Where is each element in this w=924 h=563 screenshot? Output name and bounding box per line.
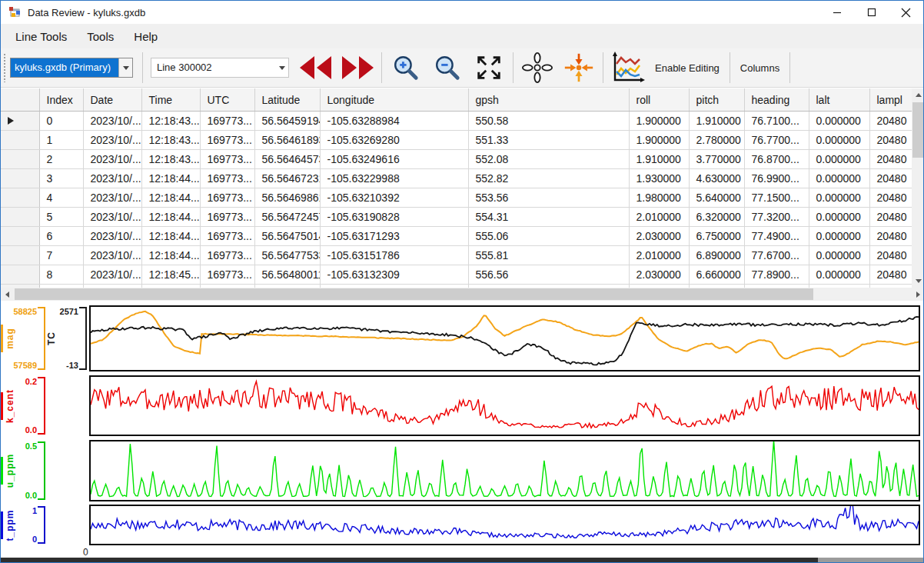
grid-cell[interactable]: 555.06 (468, 227, 629, 246)
scroll-left-button[interactable] (1, 288, 14, 301)
grid-cell[interactable]: 169773... (200, 246, 254, 265)
grid-cell[interactable]: 6.320000 (689, 208, 744, 227)
grid-cell[interactable]: 2023/10/... (83, 227, 141, 246)
row-selector[interactable] (1, 169, 39, 188)
plot-mag-tc[interactable] (89, 305, 920, 371)
grid-v-scrollbar[interactable] (912, 88, 924, 288)
grid-cell[interactable]: 552.82 (468, 169, 629, 188)
grid-cell[interactable]: 77.6700... (744, 246, 809, 265)
plot-u_ppm[interactable] (89, 440, 920, 501)
column-header-index[interactable]: Index (39, 88, 83, 112)
grid-cell[interactable]: 77.1500... (744, 188, 809, 208)
grid-cell[interactable]: 56.56472457 (254, 208, 320, 227)
grid-cell[interactable]: 12:18:45.... (141, 265, 200, 285)
grid-cell[interactable]: -105.63249616 (320, 150, 468, 169)
grid-cell[interactable]: 0.000000 (809, 208, 869, 227)
maximize-button[interactable] (854, 1, 889, 24)
grid-cell[interactable]: 56.56469861 (254, 188, 320, 208)
grid-cell[interactable]: 550.58 (468, 112, 629, 131)
menu-item-line-tools[interactable]: Line Tools (5, 26, 77, 47)
grid-cell[interactable]: -105.63269280 (320, 131, 468, 150)
grid-cell[interactable]: 1.900000 (629, 131, 689, 150)
grid-cell[interactable]: 2023/10/... (83, 246, 141, 265)
column-header-lalt[interactable]: lalt (809, 88, 869, 112)
grid-cell[interactable]: 0.000000 (809, 131, 869, 150)
grid-cell[interactable]: 0.000000 (809, 112, 869, 131)
fit-extents-button[interactable] (468, 50, 510, 85)
row-selector[interactable] (1, 265, 39, 285)
grid-cell[interactable]: 2023/10/... (83, 169, 141, 188)
row-selector[interactable] (1, 188, 39, 208)
column-header-pitch[interactable]: pitch (689, 88, 744, 112)
grid-cell[interactable]: 6.660000 (689, 265, 744, 285)
grid-cell[interactable]: 6.890000 (689, 246, 744, 265)
grid-cell[interactable]: 20480 (869, 246, 912, 265)
grid-cell[interactable]: 12:18:44.... (141, 169, 200, 188)
plot-t_ppm[interactable] (89, 505, 920, 545)
row-selector[interactable] (1, 208, 39, 227)
grid-cell[interactable]: 169773... (200, 265, 254, 285)
database-dropdown-button[interactable] (118, 58, 132, 77)
toolbar-grip[interactable] (3, 53, 6, 82)
column-header-date[interactable]: Date (83, 88, 141, 112)
grid-cell[interactable]: 1.910000 (629, 150, 689, 169)
grid-cell[interactable]: 12:18:44.... (141, 246, 200, 265)
grid-cell[interactable]: 3.770000 (689, 150, 744, 169)
menu-item-tools[interactable]: Tools (77, 26, 124, 47)
grid-cell[interactable]: 1.980000 (629, 188, 689, 208)
grid-cell[interactable]: 556.56 (468, 265, 629, 285)
grid-cell[interactable]: -105.63210392 (320, 188, 468, 208)
grid-cell[interactable]: 5.640000 (689, 188, 744, 208)
column-header-longitude[interactable]: Longitude (320, 88, 468, 112)
column-header-utc[interactable]: UTC (200, 88, 254, 112)
line-dropdown-button[interactable] (276, 58, 288, 77)
grid-cell[interactable]: 12:18:43.... (141, 112, 200, 131)
grid-cell[interactable]: 169773... (200, 169, 254, 188)
grid-cell[interactable]: 1.910000 (689, 112, 744, 131)
enable-editing-button[interactable]: Enable Editing (648, 50, 726, 85)
scroll-right-button[interactable] (912, 288, 924, 301)
profile-chart-button[interactable] (607, 50, 648, 85)
grid-cell[interactable]: 8 (39, 265, 83, 285)
next-line-button[interactable] (337, 50, 378, 85)
grid-cell[interactable]: 0.000000 (809, 169, 869, 188)
grid-cell[interactable]: 56.56467231 (254, 169, 320, 188)
columns-button[interactable]: Columns (733, 50, 786, 85)
grid-cell[interactable]: 169773... (200, 208, 254, 227)
grid-cell[interactable]: 56.56461893 (254, 131, 320, 150)
row-selector[interactable] (1, 227, 39, 246)
grid-cell[interactable]: 12:18:44.... (141, 208, 200, 227)
column-header-roll[interactable]: roll (629, 88, 689, 112)
grid-cell[interactable]: 20480 (869, 208, 912, 227)
zoom-out-button[interactable] (427, 50, 468, 85)
row-selector[interactable] (1, 112, 39, 131)
grid-cell[interactable]: 551.33 (468, 131, 629, 150)
grid-cell[interactable]: -105.63132309 (320, 265, 468, 285)
grid-cell[interactable]: 56.56477533 (254, 246, 320, 265)
charts-scroll-thumb[interactable] (1, 558, 818, 562)
grid-cell[interactable]: 552.08 (468, 150, 629, 169)
minimize-button[interactable] (819, 1, 854, 24)
grid-cell[interactable]: 2.030000 (629, 227, 689, 246)
scroll-up-button[interactable] (912, 88, 924, 102)
grid-cell[interactable]: 169773... (200, 150, 254, 169)
grid-cell[interactable]: 20480 (869, 131, 912, 150)
grid-cell[interactable]: 20480 (869, 112, 912, 131)
grid-cell[interactable]: 76.9900... (744, 169, 809, 188)
plot-k_cent[interactable] (89, 375, 920, 436)
grid-cell[interactable]: 20480 (869, 227, 912, 246)
grid-cell[interactable]: 2.010000 (629, 246, 689, 265)
grid-cell[interactable]: 56.56475014 (254, 227, 320, 246)
database-combobox[interactable]: kyluks.gxdb (Primary) (10, 58, 133, 78)
grid-cell[interactable]: 4.630000 (689, 169, 744, 188)
grid-cell[interactable]: 20480 (869, 265, 912, 285)
grid-cell[interactable]: 169773... (200, 131, 254, 150)
grid-cell[interactable]: 0.000000 (809, 265, 869, 285)
converge-button[interactable] (558, 50, 600, 85)
grid-corner-header[interactable] (1, 88, 39, 112)
line-combobox[interactable]: Line 300002 (151, 58, 289, 78)
grid-cell[interactable]: -105.63288984 (320, 112, 468, 131)
grid-cell[interactable]: 12:18:43.... (141, 150, 200, 169)
grid-cell[interactable]: 2023/10/... (83, 150, 141, 169)
grid-cell[interactable]: 56.56480011 (254, 265, 320, 285)
